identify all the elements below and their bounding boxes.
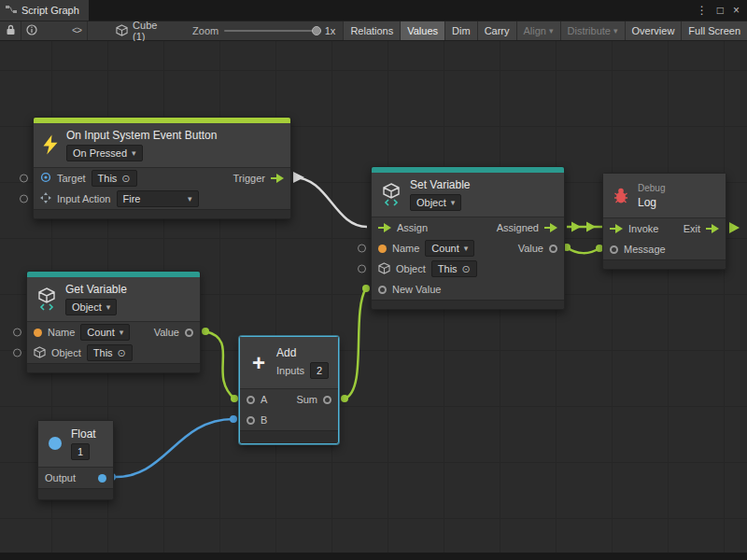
- assign-row: Assign Assigned: [372, 217, 564, 238]
- node-add[interactable]: + Add Inputs 2 A Sum: [239, 336, 339, 444]
- dim-button[interactable]: Dim: [444, 21, 477, 40]
- exit-out-port[interactable]: [706, 224, 719, 233]
- graph-toolbar: <> Cube (1) Zoom 1x Relations Values Dim…: [0, 21, 747, 41]
- variable-cube-icon: [35, 287, 58, 313]
- node-title: Set Variable: [410, 178, 470, 191]
- event-mode-dropdown[interactable]: On Pressed ▾: [66, 145, 143, 161]
- name-dropdown[interactable]: Count ▾: [80, 324, 130, 341]
- variable-cube-icon: [380, 182, 402, 208]
- align-button[interactable]: Align▾: [516, 21, 560, 40]
- separator: [87, 21, 88, 40]
- object-external-port[interactable]: [358, 265, 366, 273]
- message-row: Message: [603, 239, 726, 259]
- window-bottom-edge: [0, 553, 747, 560]
- message-in-port[interactable]: [610, 245, 618, 254]
- code-icon: <>: [72, 26, 81, 36]
- node-title: On Input System Event Button: [66, 129, 217, 142]
- node-footer: [603, 259, 726, 269]
- node-footer: [38, 488, 113, 499]
- inputs-count-field[interactable]: 2: [310, 362, 329, 379]
- node-debug-log[interactable]: Debug Log Invoke Exit Message: [602, 173, 726, 270]
- float-value-field[interactable]: 1: [71, 443, 90, 460]
- input-action-icon: [40, 192, 51, 205]
- node-on-input-system-event-button[interactable]: On Input System Event Button On Pressed …: [33, 117, 291, 219]
- exit-port-arrow: [729, 222, 740, 233]
- wire-arrow: [293, 172, 304, 183]
- assign-in-port[interactable]: [378, 223, 391, 232]
- new-value-row: New Value: [372, 279, 564, 300]
- output-out-port[interactable]: [98, 474, 106, 483]
- name-port[interactable]: [378, 245, 387, 253]
- invoke-in-port[interactable]: [610, 224, 623, 233]
- b-row: B: [240, 410, 338, 430]
- node-footer: [27, 363, 200, 372]
- lock-button[interactable]: [0, 21, 21, 40]
- input-action-external-port[interactable]: [20, 195, 28, 203]
- object-row: Object This ⊙: [372, 259, 564, 279]
- name-dropdown[interactable]: Count ▾: [425, 240, 474, 257]
- target-value-chip[interactable]: This ⊙: [92, 170, 137, 187]
- name-external-port[interactable]: [358, 245, 366, 253]
- chevron-down-icon: ▾: [132, 147, 136, 160]
- name-external-port[interactable]: [13, 329, 21, 337]
- inspect-button[interactable]: [21, 21, 42, 40]
- variable-scope-dropdown[interactable]: Object ▾: [65, 299, 117, 315]
- graph-canvas[interactable]: On Input System Event Button On Pressed …: [0, 41, 747, 553]
- graph-target[interactable]: Cube (1): [108, 20, 176, 42]
- close-icon[interactable]: ×: [733, 4, 740, 17]
- full-screen-button[interactable]: Full Screen: [681, 21, 747, 40]
- menu-icon[interactable]: ⋮: [697, 4, 708, 17]
- chevron-down-icon: ▾: [464, 242, 469, 255]
- cube-icon: [34, 346, 46, 360]
- zoom-slider-handle[interactable]: [312, 26, 321, 35]
- wire-arrow: [571, 222, 581, 232]
- node-title: Float: [71, 427, 96, 441]
- node-float[interactable]: Float 1 Output: [37, 420, 114, 500]
- maximize-icon[interactable]: □: [717, 4, 724, 17]
- overview-button[interactable]: Overview: [625, 21, 682, 40]
- new-value-in-port[interactable]: [378, 286, 387, 294]
- object-value-chip[interactable]: This ⊙: [87, 344, 133, 361]
- invoke-row: Invoke Exit: [603, 218, 726, 239]
- sum-out-port[interactable]: [323, 396, 331, 404]
- variable-scope-dropdown[interactable]: Object ▾: [410, 194, 461, 211]
- chevron-down-icon: ▾: [613, 26, 618, 35]
- a-in-port[interactable]: [247, 396, 255, 404]
- object-value-chip[interactable]: This ⊙: [431, 260, 477, 277]
- node-footer: [34, 209, 290, 218]
- object-external-port[interactable]: [13, 349, 21, 357]
- distribute-button[interactable]: Distribute▾: [560, 21, 625, 40]
- chevron-down-icon: ▾: [451, 196, 456, 209]
- event-target-row: Target This ⊙ Trigger: [34, 168, 290, 189]
- carry-button[interactable]: Carry: [477, 21, 516, 40]
- target-external-port[interactable]: [20, 175, 28, 183]
- value-out-port[interactable]: [185, 329, 193, 337]
- wire-trigger-assign: [293, 177, 367, 227]
- zoom-slider[interactable]: [224, 30, 317, 32]
- object-row: Object This ⊙: [27, 343, 200, 363]
- tab-bar: Script Graph ⋮ □ ×: [0, 0, 747, 21]
- target-dot-icon: ⊙: [121, 174, 130, 183]
- value-out-port[interactable]: [549, 245, 557, 253]
- input-action-dropdown[interactable]: Fire ▾: [117, 190, 199, 207]
- node-get-variable[interactable]: Get Variable Object ▾ Name Count ▾: [26, 271, 201, 373]
- cube-icon: [378, 262, 390, 276]
- zoom-label: Zoom: [192, 25, 218, 36]
- chevron-down-icon: ▾: [106, 301, 111, 314]
- wire-arrow: [586, 222, 596, 232]
- trigger-out-port[interactable]: [271, 174, 284, 183]
- values-button[interactable]: Values: [400, 21, 444, 40]
- relations-button[interactable]: Relations: [343, 21, 400, 40]
- name-port[interactable]: [34, 329, 42, 337]
- node-set-variable[interactable]: Set Variable Object ▾ Assign Assigned: [371, 166, 565, 310]
- tab-script-graph[interactable]: Script Graph: [0, 0, 89, 21]
- graph-target-label: Cube (1): [133, 20, 168, 42]
- cube-icon: [116, 24, 128, 38]
- assigned-out-port[interactable]: [544, 223, 557, 232]
- node-category: Debug: [638, 183, 665, 193]
- lightning-icon: [42, 134, 59, 157]
- connections-button[interactable]: <>: [66, 21, 87, 40]
- float-circle-icon: [47, 435, 63, 454]
- node-footer: [372, 300, 564, 309]
- b-in-port[interactable]: [247, 416, 255, 425]
